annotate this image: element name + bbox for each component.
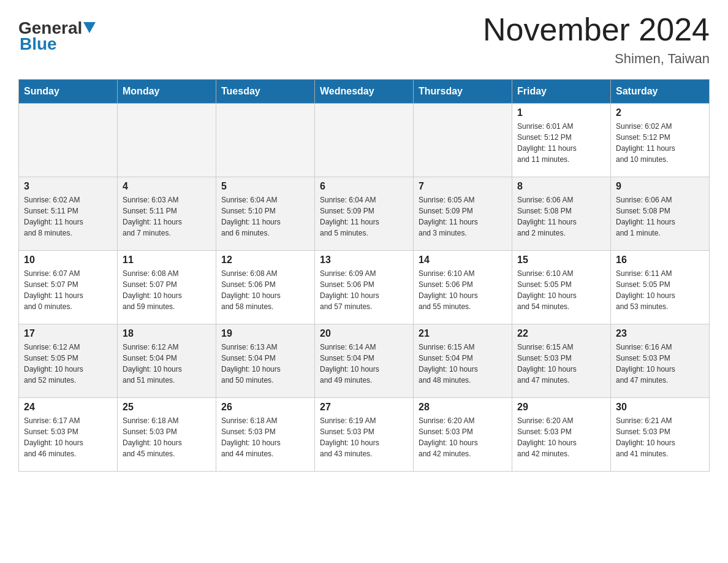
calendar-cell: 6Sunrise: 6:04 AM Sunset: 5:09 PM Daylig… <box>315 177 414 251</box>
day-number: 28 <box>419 402 507 413</box>
calendar-header-sunday: Sunday <box>19 80 118 104</box>
logo-triangle-icon <box>83 22 96 33</box>
calendar-week-row-1: 1Sunrise: 6:01 AM Sunset: 5:12 PM Daylig… <box>19 104 710 177</box>
calendar-cell: 2Sunrise: 6:02 AM Sunset: 5:12 PM Daylig… <box>611 104 710 177</box>
day-info: Sunrise: 6:17 AM Sunset: 5:03 PM Dayligh… <box>24 415 112 459</box>
day-info: Sunrise: 6:08 AM Sunset: 5:06 PM Dayligh… <box>221 268 309 312</box>
calendar-cell <box>315 104 414 177</box>
calendar-header-monday: Monday <box>118 80 216 104</box>
day-info: Sunrise: 6:04 AM Sunset: 5:10 PM Dayligh… <box>221 194 309 239</box>
calendar-cell: 7Sunrise: 6:05 AM Sunset: 5:09 PM Daylig… <box>414 177 512 251</box>
calendar-cell: 22Sunrise: 6:15 AM Sunset: 5:03 PM Dayli… <box>512 324 611 398</box>
day-info: Sunrise: 6:16 AM Sunset: 5:03 PM Dayligh… <box>616 342 704 386</box>
day-number: 29 <box>517 402 605 413</box>
day-info: Sunrise: 6:07 AM Sunset: 5:07 PM Dayligh… <box>24 268 112 312</box>
day-number: 19 <box>221 328 309 339</box>
day-number: 30 <box>616 402 704 413</box>
day-number: 10 <box>24 255 112 266</box>
day-number: 11 <box>123 255 211 266</box>
day-number: 2 <box>616 107 704 118</box>
calendar-cell: 14Sunrise: 6:10 AM Sunset: 5:06 PM Dayli… <box>414 251 512 324</box>
day-number: 6 <box>320 181 408 192</box>
day-info: Sunrise: 6:15 AM Sunset: 5:04 PM Dayligh… <box>419 342 507 386</box>
calendar-header-saturday: Saturday <box>611 80 710 104</box>
calendar-cell: 25Sunrise: 6:18 AM Sunset: 5:03 PM Dayli… <box>118 398 216 472</box>
day-number: 1 <box>517 107 605 118</box>
day-number: 16 <box>616 255 704 266</box>
day-number: 24 <box>24 402 112 413</box>
day-info: Sunrise: 6:09 AM Sunset: 5:06 PM Dayligh… <box>320 268 408 312</box>
day-info: Sunrise: 6:19 AM Sunset: 5:03 PM Dayligh… <box>320 415 408 459</box>
day-info: Sunrise: 6:08 AM Sunset: 5:07 PM Dayligh… <box>123 268 211 312</box>
day-number: 3 <box>24 181 112 192</box>
calendar-cell: 26Sunrise: 6:18 AM Sunset: 5:03 PM Dayli… <box>216 398 315 472</box>
day-number: 22 <box>517 328 605 339</box>
day-number: 26 <box>221 402 309 413</box>
calendar-header-wednesday: Wednesday <box>315 80 414 104</box>
day-number: 4 <box>123 181 211 192</box>
calendar-week-row-5: 24Sunrise: 6:17 AM Sunset: 5:03 PM Dayli… <box>19 398 710 472</box>
calendar-cell: 17Sunrise: 6:12 AM Sunset: 5:05 PM Dayli… <box>19 324 118 398</box>
day-info: Sunrise: 6:18 AM Sunset: 5:03 PM Dayligh… <box>221 415 309 459</box>
day-number: 23 <box>616 328 704 339</box>
calendar-cell: 23Sunrise: 6:16 AM Sunset: 5:03 PM Dayli… <box>611 324 710 398</box>
calendar-cell: 27Sunrise: 6:19 AM Sunset: 5:03 PM Dayli… <box>315 398 414 472</box>
day-info: Sunrise: 6:06 AM Sunset: 5:08 PM Dayligh… <box>616 194 704 239</box>
calendar-cell: 11Sunrise: 6:08 AM Sunset: 5:07 PM Dayli… <box>118 251 216 324</box>
day-number: 14 <box>419 255 507 266</box>
calendar-title: November 2024 <box>483 12 710 47</box>
day-info: Sunrise: 6:15 AM Sunset: 5:03 PM Dayligh… <box>517 342 605 386</box>
day-number: 8 <box>517 181 605 192</box>
day-info: Sunrise: 6:01 AM Sunset: 5:12 PM Dayligh… <box>517 121 605 165</box>
day-info: Sunrise: 6:02 AM Sunset: 5:11 PM Dayligh… <box>24 194 112 239</box>
logo: General Blue <box>18 12 96 54</box>
header: General Blue November 2024 Shimen, Taiwa… <box>18 12 710 67</box>
calendar-cell: 30Sunrise: 6:21 AM Sunset: 5:03 PM Dayli… <box>611 398 710 472</box>
day-info: Sunrise: 6:12 AM Sunset: 5:05 PM Dayligh… <box>24 342 112 386</box>
day-info: Sunrise: 6:12 AM Sunset: 5:04 PM Dayligh… <box>123 342 211 386</box>
day-number: 13 <box>320 255 408 266</box>
calendar-cell: 3Sunrise: 6:02 AM Sunset: 5:11 PM Daylig… <box>19 177 118 251</box>
day-number: 15 <box>517 255 605 266</box>
calendar-week-row-2: 3Sunrise: 6:02 AM Sunset: 5:11 PM Daylig… <box>19 177 710 251</box>
calendar-cell: 18Sunrise: 6:12 AM Sunset: 5:04 PM Dayli… <box>118 324 216 398</box>
day-info: Sunrise: 6:02 AM Sunset: 5:12 PM Dayligh… <box>616 121 704 165</box>
day-number: 5 <box>221 181 309 192</box>
day-info: Sunrise: 6:13 AM Sunset: 5:04 PM Dayligh… <box>221 342 309 386</box>
day-info: Sunrise: 6:20 AM Sunset: 5:03 PM Dayligh… <box>419 415 507 459</box>
day-info: Sunrise: 6:21 AM Sunset: 5:03 PM Dayligh… <box>616 415 704 459</box>
day-number: 12 <box>221 255 309 266</box>
title-area: November 2024 Shimen, Taiwan <box>483 12 710 67</box>
day-number: 27 <box>320 402 408 413</box>
calendar-week-row-3: 10Sunrise: 6:07 AM Sunset: 5:07 PM Dayli… <box>19 251 710 324</box>
calendar-table: SundayMondayTuesdayWednesdayThursdayFrid… <box>18 79 710 472</box>
calendar-cell <box>118 104 216 177</box>
calendar-cell: 10Sunrise: 6:07 AM Sunset: 5:07 PM Dayli… <box>19 251 118 324</box>
calendar-cell: 21Sunrise: 6:15 AM Sunset: 5:04 PM Dayli… <box>414 324 512 398</box>
calendar-header-tuesday: Tuesday <box>216 80 315 104</box>
calendar-cell: 4Sunrise: 6:03 AM Sunset: 5:11 PM Daylig… <box>118 177 216 251</box>
day-info: Sunrise: 6:20 AM Sunset: 5:03 PM Dayligh… <box>517 415 605 459</box>
day-number: 9 <box>616 181 704 192</box>
day-number: 25 <box>123 402 211 413</box>
calendar-cell: 5Sunrise: 6:04 AM Sunset: 5:10 PM Daylig… <box>216 177 315 251</box>
day-info: Sunrise: 6:10 AM Sunset: 5:06 PM Dayligh… <box>419 268 507 312</box>
day-info: Sunrise: 6:05 AM Sunset: 5:09 PM Dayligh… <box>419 194 507 239</box>
calendar-location: Shimen, Taiwan <box>483 51 710 67</box>
calendar-cell: 13Sunrise: 6:09 AM Sunset: 5:06 PM Dayli… <box>315 251 414 324</box>
calendar-cell: 1Sunrise: 6:01 AM Sunset: 5:12 PM Daylig… <box>512 104 611 177</box>
calendar-header-thursday: Thursday <box>414 80 512 104</box>
calendar-cell: 29Sunrise: 6:20 AM Sunset: 5:03 PM Dayli… <box>512 398 611 472</box>
day-info: Sunrise: 6:06 AM Sunset: 5:08 PM Dayligh… <box>517 194 605 239</box>
calendar-cell: 8Sunrise: 6:06 AM Sunset: 5:08 PM Daylig… <box>512 177 611 251</box>
day-info: Sunrise: 6:04 AM Sunset: 5:09 PM Dayligh… <box>320 194 408 239</box>
calendar-week-row-4: 17Sunrise: 6:12 AM Sunset: 5:05 PM Dayli… <box>19 324 710 398</box>
calendar-cell <box>19 104 118 177</box>
day-number: 17 <box>24 328 112 339</box>
calendar-cell: 20Sunrise: 6:14 AM Sunset: 5:04 PM Dayli… <box>315 324 414 398</box>
calendar-cell <box>414 104 512 177</box>
day-number: 18 <box>123 328 211 339</box>
calendar-cell: 12Sunrise: 6:08 AM Sunset: 5:06 PM Dayli… <box>216 251 315 324</box>
calendar-cell: 19Sunrise: 6:13 AM Sunset: 5:04 PM Dayli… <box>216 324 315 398</box>
day-number: 20 <box>320 328 408 339</box>
